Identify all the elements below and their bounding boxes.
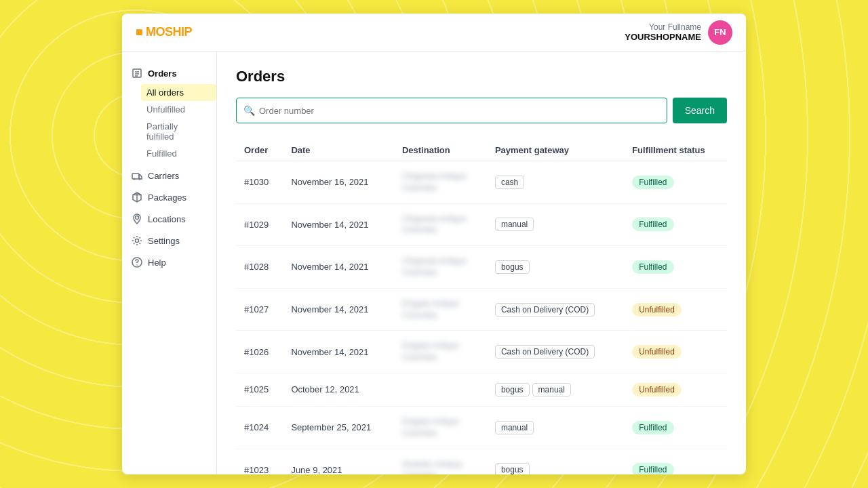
page-title: Orders [236,68,727,85]
orders-icon [132,68,142,79]
app-header: ■ MOSHIP Your Fullname YOURSHOPNAME FN [122,14,746,52]
payment-badge: bogus [495,463,530,474]
cell-payment: Cash on Delivery (COD) [487,331,624,373]
settings-icon [132,235,142,246]
cell-payment: bogusmanual [487,373,624,406]
payment-badge: Cash on Delivery (COD) [495,303,595,317]
cell-destination: Enigate AntiqueColombia [394,288,487,331]
table-body: #1030November 16, 2021Chiganda AntiqueCo… [236,161,727,475]
status-badge: Fulfilled [632,421,673,434]
status-badge: Unfulfilled [632,303,682,317]
cell-destination: Hostefer AntiqueColombia [394,449,487,474]
cell-order: #1025 [236,373,283,406]
cell-status: Fulfilled [624,449,727,474]
cell-date: November 14, 2021 [283,203,394,246]
sidebar-item-packages[interactable]: Packages [122,186,216,208]
cell-status: Fulfilled [624,203,727,246]
app-body: Orders All orders Unfulfilled Partially … [122,52,746,474]
user-info: Your Fullname YOURSHOPNAME FN [625,20,732,45]
payment-badge: bogus [495,260,530,274]
payment-badge: Cash on Delivery (COD) [495,345,595,359]
svg-point-12 [136,264,138,266]
sidebar-item-locations[interactable]: Locations [122,208,216,230]
cell-payment: cash [487,161,624,204]
status-badge: Fulfilled [632,218,673,231]
table-row[interactable]: #1025October 12, 2021bogusmanualUnfulfil… [236,373,727,406]
cell-payment: manual [487,406,624,449]
sidebar: Orders All orders Unfulfilled Partially … [122,52,217,474]
sidebar-item-locations-label: Locations [148,214,186,224]
col-destination: Destination [394,140,487,161]
sidebar-item-carriers[interactable]: Carriers [122,165,216,186]
table-row[interactable]: #1027November 14, 2021Enigate AntiqueCol… [236,288,727,331]
col-payment: Payment gateway [487,140,624,161]
table-row[interactable]: #1023June 9, 2021Hostefer AntiqueColombi… [236,449,727,474]
sidebar-item-all-orders[interactable]: All orders [141,84,216,101]
search-button[interactable]: Search [673,98,727,123]
cell-destination: Chiganda AntiqueColombia [394,246,487,289]
cell-status: Unfulfilled [624,331,727,373]
avatar[interactable]: FN [708,20,732,45]
cell-payment: Cash on Delivery (COD) [487,288,624,331]
search-icon: 🔍 [243,105,255,116]
cell-date: November 16, 2021 [283,161,394,204]
cell-date: June 9, 2021 [283,449,394,474]
col-status: Fulfillment status [624,140,727,161]
packages-icon [132,192,142,203]
cell-status: Unfulfilled [624,288,727,331]
table-row[interactable]: #1024September 25, 2021Enigate AntiqueCo… [236,406,727,449]
cell-date: November 14, 2021 [283,288,394,331]
cell-date: October 12, 2021 [283,373,394,406]
cell-destination: Enigate AntiqueColombia [394,406,487,449]
payment-badge: manual [495,421,534,434]
sidebar-item-fulfilled[interactable]: Fulfilled [146,145,216,162]
search-input[interactable] [259,98,660,123]
cell-status: Fulfilled [624,246,727,289]
sidebar-item-orders-label: Orders [148,68,177,79]
payment-badge: manual [495,218,534,231]
sidebar-item-orders[interactable]: Orders [122,62,216,84]
cell-order: #1023 [236,449,283,474]
status-badge: Fulfilled [632,463,673,474]
sidebar-subitems-orders: All orders Unfulfilled Partially fulfill… [122,84,216,162]
logo-text: MOSHIP [146,25,192,39]
cell-destination: Chiganda AntiqueColombia [394,161,487,204]
cell-order: #1029 [236,203,283,246]
cell-date: September 25, 2021 [283,406,394,449]
svg-point-6 [139,178,141,180]
cell-destination: Chiganda AntiqueColombia [394,203,487,246]
svg-point-9 [136,216,139,220]
cell-destination: Enigate AntiqueColombia [394,331,487,373]
cell-payment: bogus [487,449,624,474]
cell-order: #1024 [236,406,283,449]
search-input-wrap: 🔍 [236,98,667,123]
table-row[interactable]: #1028November 14, 2021Chiganda AntiqueCo… [236,246,727,289]
sidebar-item-packages-label: Packages [148,192,186,203]
help-icon [132,257,142,268]
sidebar-item-help-label: Help [148,258,166,268]
sidebar-item-help[interactable]: Help [122,251,216,273]
sidebar-item-unfulfilled[interactable]: Unfulfilled [146,101,216,118]
user-shopname: YOURSHOPNAME [625,32,701,42]
user-text-block: Your Fullname YOURSHOPNAME [625,22,701,42]
cell-order: #1028 [236,246,283,289]
carriers-icon [132,170,142,181]
table-row[interactable]: #1030November 16, 2021Chiganda AntiqueCo… [236,161,727,204]
sidebar-item-settings-label: Settings [148,236,180,246]
cell-date: November 14, 2021 [283,331,394,373]
sidebar-section-orders: Orders All orders Unfulfilled Partially … [122,62,216,162]
table-row[interactable]: #1029November 14, 2021Chiganda AntiqueCo… [236,203,727,246]
sidebar-item-settings[interactable]: Settings [122,230,216,251]
table-row[interactable]: #1026November 14, 2021Enigate AntiqueCol… [236,331,727,373]
cell-date: November 14, 2021 [283,246,394,289]
payment-badge: cash [495,176,524,189]
table-header: Order Date Destination Payment gateway F… [236,140,727,161]
cell-payment: bogus [487,246,624,289]
sidebar-item-partially-fulfilled[interactable]: Partially fulfilled [146,118,216,145]
cell-order: #1030 [236,161,283,204]
main-content: Orders 🔍 Search Order Date Destination P… [217,52,746,474]
cell-destination [394,373,487,406]
cell-status: Unfulfilled [624,373,727,406]
status-badge: Unfulfilled [632,383,682,396]
svg-point-10 [136,239,139,243]
